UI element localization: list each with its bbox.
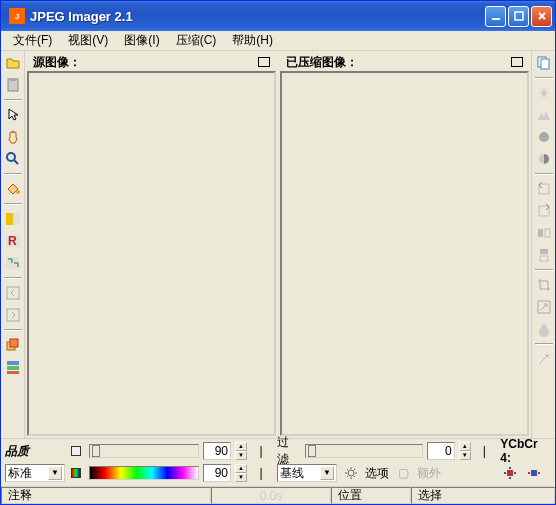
filter-up-icon[interactable]: ▲ bbox=[459, 442, 471, 451]
mode2-icon[interactable]: R bbox=[3, 231, 23, 251]
wand-icon[interactable] bbox=[534, 349, 554, 369]
pointer-icon[interactable] bbox=[3, 105, 23, 125]
svg-rect-37 bbox=[531, 470, 537, 476]
quality-up-icon[interactable]: ▲ bbox=[235, 442, 247, 451]
compressed-panel-label: 已压缩图像： bbox=[286, 54, 358, 71]
secondary-opts-icon[interactable]: | bbox=[251, 464, 271, 482]
app-icon: J bbox=[9, 8, 25, 24]
source-panel: 源图像： bbox=[27, 53, 276, 436]
open-icon[interactable] bbox=[3, 53, 23, 73]
contrast-icon[interactable] bbox=[534, 149, 554, 169]
quality-slider[interactable] bbox=[89, 444, 199, 458]
compressed-panel: 已压缩图像： bbox=[280, 53, 529, 436]
maximize-button[interactable] bbox=[508, 6, 529, 27]
baseline-combo[interactable]: 基线 ▼ bbox=[277, 464, 337, 482]
copy-icon[interactable] bbox=[534, 53, 554, 73]
svg-point-30 bbox=[547, 354, 549, 356]
svg-rect-38 bbox=[528, 472, 530, 474]
drop-icon[interactable] bbox=[534, 319, 554, 339]
close-button[interactable] bbox=[531, 6, 552, 27]
source-panel-label: 源图像： bbox=[33, 54, 81, 71]
menu-file[interactable]: 文件(F) bbox=[5, 30, 60, 51]
chevron-down-icon[interactable]: ▼ bbox=[48, 466, 62, 480]
layers-icon[interactable] bbox=[3, 335, 23, 355]
standard-combo[interactable]: 标准 ▼ bbox=[5, 464, 65, 482]
svg-rect-28 bbox=[540, 256, 548, 261]
compressed-panel-box-icon[interactable] bbox=[511, 57, 523, 67]
source-panel-body[interactable] bbox=[27, 71, 276, 436]
quality-opts-icon[interactable]: | bbox=[251, 442, 271, 460]
svg-rect-17 bbox=[7, 371, 19, 374]
svg-rect-6 bbox=[6, 213, 13, 225]
svg-rect-35 bbox=[509, 467, 511, 469]
svg-rect-1 bbox=[515, 12, 523, 20]
menu-compress[interactable]: 压缩(C) bbox=[168, 30, 225, 51]
menu-help[interactable]: 帮助(H) bbox=[224, 30, 281, 51]
quality-value[interactable]: 90 bbox=[203, 442, 231, 460]
minimize-button[interactable] bbox=[485, 6, 506, 27]
source-panel-box-icon[interactable] bbox=[258, 57, 270, 67]
source-panel-header: 源图像： bbox=[27, 53, 276, 71]
flip-v-icon[interactable] bbox=[534, 245, 554, 265]
chevron-down-icon[interactable]: ▼ bbox=[320, 466, 334, 480]
right-toolbar bbox=[531, 51, 555, 438]
svg-rect-19 bbox=[541, 59, 549, 69]
compressed-panel-header: 已压缩图像： bbox=[280, 53, 529, 71]
svg-point-21 bbox=[539, 132, 549, 142]
menu-image[interactable]: 图像(I) bbox=[116, 30, 167, 51]
svg-point-4 bbox=[7, 153, 15, 161]
rotate-left-icon[interactable] bbox=[534, 179, 554, 199]
nav-left-icon[interactable] bbox=[3, 283, 23, 303]
svg-rect-39 bbox=[538, 472, 540, 474]
quality-down-icon[interactable]: ▼ bbox=[235, 451, 247, 460]
svg-point-31 bbox=[348, 470, 354, 476]
quality-preview-icon bbox=[71, 446, 81, 456]
color-slider[interactable] bbox=[89, 466, 199, 480]
fill-icon[interactable] bbox=[3, 179, 23, 199]
filter-label: 过滤 bbox=[277, 434, 301, 468]
options-label[interactable]: 选项 bbox=[365, 465, 389, 482]
resize-icon[interactable] bbox=[534, 297, 554, 317]
left-toolbar: R bbox=[1, 51, 25, 438]
gear-icon[interactable] bbox=[341, 464, 361, 482]
paste-icon[interactable] bbox=[3, 75, 23, 95]
compressed-panel-body[interactable] bbox=[280, 71, 529, 436]
quality-label: 品质 bbox=[5, 443, 45, 460]
titlebar[interactable]: J JPEG Imager 2.1 bbox=[1, 1, 555, 31]
rotate-right-icon[interactable] bbox=[534, 201, 554, 221]
filter-slider[interactable] bbox=[305, 444, 423, 458]
status-comment: 注释 bbox=[1, 487, 211, 504]
brightness-icon[interactable] bbox=[534, 83, 554, 103]
crop-icon[interactable] bbox=[534, 275, 554, 295]
mode3-icon[interactable] bbox=[3, 253, 23, 273]
svg-rect-14 bbox=[10, 339, 18, 347]
title-text: JPEG Imager 2.1 bbox=[30, 9, 485, 24]
zoom-icon[interactable] bbox=[3, 149, 23, 169]
svg-rect-25 bbox=[538, 229, 543, 237]
svg-rect-32 bbox=[507, 470, 513, 476]
hand-icon[interactable] bbox=[3, 127, 23, 147]
status-time: 0.0s bbox=[211, 487, 331, 504]
circle-icon[interactable] bbox=[534, 127, 554, 147]
menu-view[interactable]: 视图(V) bbox=[60, 30, 116, 51]
sampling2-icon[interactable] bbox=[524, 464, 544, 482]
secondary-down-icon[interactable]: ▼ bbox=[235, 473, 247, 482]
mode1-icon[interactable] bbox=[3, 209, 23, 229]
levels-icon[interactable] bbox=[534, 105, 554, 125]
svg-rect-34 bbox=[514, 472, 516, 474]
flip-h-icon[interactable] bbox=[534, 223, 554, 243]
ycbcr-label: YCbCr 4: bbox=[500, 437, 551, 465]
svg-rect-11 bbox=[7, 287, 19, 299]
svg-rect-33 bbox=[504, 472, 506, 474]
nav-right-icon[interactable] bbox=[3, 305, 23, 325]
svg-point-5 bbox=[16, 190, 20, 194]
sampling1-icon[interactable] bbox=[500, 464, 520, 482]
filter-value[interactable]: 0 bbox=[427, 442, 455, 460]
svg-point-20 bbox=[541, 90, 547, 96]
filter-opts-icon[interactable]: | bbox=[475, 442, 495, 460]
secondary-value[interactable]: 90 bbox=[203, 464, 231, 482]
stack-icon[interactable] bbox=[3, 357, 23, 377]
secondary-up-icon[interactable]: ▲ bbox=[235, 464, 247, 473]
extra-icon[interactable]: ▢ bbox=[393, 464, 413, 482]
filter-down-icon[interactable]: ▼ bbox=[459, 451, 471, 460]
